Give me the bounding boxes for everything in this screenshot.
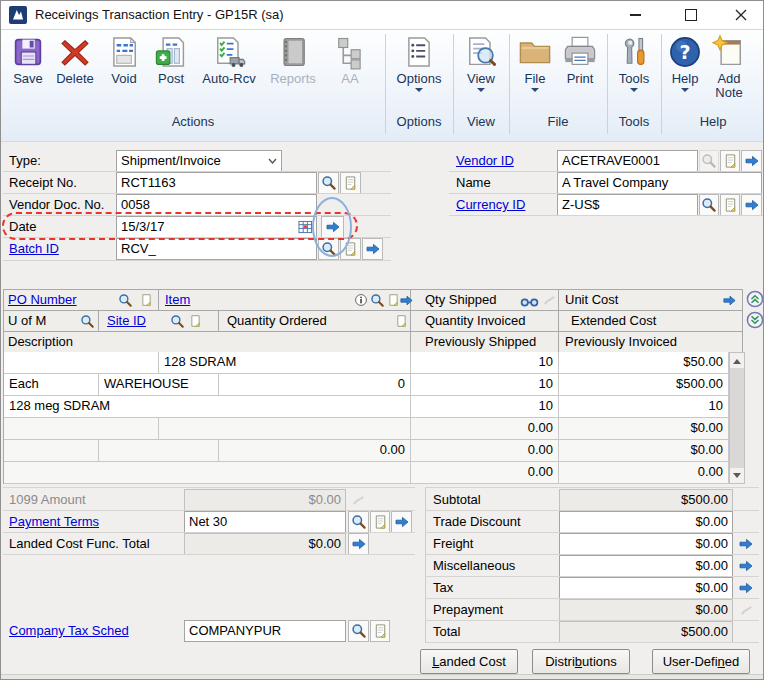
name-field[interactable]: A Travel Company [557, 172, 762, 194]
payment-terms-lookup-button[interactable] [348, 511, 369, 533]
cell-site-id[interactable]: WAREHOUSE [99, 374, 219, 396]
cell-unit-cost[interactable]: $0.00 [559, 418, 729, 440]
currency-id-expansion-button[interactable] [741, 194, 762, 216]
hide-details-button[interactable] [746, 311, 764, 329]
cell-quantity-invoiced[interactable]: 0.00 [411, 440, 559, 462]
date-field[interactable]: 15/3/17 [116, 216, 317, 238]
cell-u-of-m[interactable]: Each [4, 374, 99, 396]
landed-cost-total-expansion-button[interactable] [348, 533, 369, 555]
grid-scrollbar[interactable] [729, 352, 745, 484]
delete-button[interactable]: Delete [51, 33, 99, 86]
cell-previously-invoiced[interactable]: 0.00 [559, 462, 729, 484]
freight-field[interactable]: $0.00 [559, 533, 733, 555]
cell-u-of-m[interactable] [4, 440, 99, 462]
po-number-lookup-icon[interactable] [117, 292, 133, 308]
vendor-id-label[interactable]: Vendor ID [456, 150, 514, 172]
trade-discount-field[interactable]: $0.00 [559, 511, 733, 533]
receipt-no-lookup-button[interactable] [318, 172, 339, 194]
cell-extended-cost[interactable]: $500.00 [559, 374, 729, 396]
add-note-button[interactable]: Add Note [707, 33, 751, 100]
batch-id-lookup-button[interactable] [318, 238, 339, 260]
landed-cost-button[interactable]: Landed Cost [420, 649, 518, 674]
cell-po-number[interactable] [4, 418, 159, 440]
quantity-ordered-note-icon[interactable] [393, 313, 409, 329]
site-id-lookup-icon[interactable] [169, 313, 185, 329]
date-expansion-button[interactable] [321, 216, 344, 238]
miscellaneous-field[interactable]: $0.00 [559, 555, 733, 577]
user-defined-button[interactable]: User-Defined [652, 649, 750, 674]
print-button[interactable]: Print [557, 33, 603, 86]
distributions-button[interactable]: Distributions [532, 649, 630, 674]
currency-id-field[interactable]: Z-US$ [557, 194, 698, 216]
cell-extended-cost[interactable]: $0.00 [559, 440, 729, 462]
payment-terms-label[interactable]: Payment Terms [9, 511, 99, 533]
void-button[interactable]: Void [103, 33, 145, 86]
batch-id-expansion-button[interactable] [362, 238, 383, 260]
cell-previously-shipped[interactable]: 0.00 [411, 462, 559, 484]
currency-id-note-button[interactable] [720, 194, 740, 216]
cell-po-number[interactable] [4, 352, 159, 374]
post-button[interactable]: Post [149, 33, 193, 86]
freight-expansion-button[interactable] [735, 533, 756, 555]
currency-id-lookup-button[interactable] [699, 194, 719, 216]
cell-site-id[interactable] [99, 440, 219, 462]
help-button[interactable]: ? Help [665, 33, 705, 96]
maximize-button[interactable] [669, 1, 713, 29]
item-info-icon[interactable] [353, 292, 369, 308]
company-tax-sched-lookup-button[interactable] [348, 620, 369, 642]
save-button[interactable]: Save [7, 33, 49, 86]
cell-item[interactable]: 128 SDRAM [159, 352, 411, 374]
payment-terms-field[interactable]: Net 30 [184, 511, 346, 533]
file-button[interactable]: File [515, 33, 555, 96]
qty-shipped-link-icon[interactable] [519, 294, 539, 310]
vendor-id-note-button[interactable] [720, 150, 740, 172]
item-lookup-icon[interactable] [369, 292, 385, 308]
cell-previously-invoiced[interactable]: 10 [559, 396, 729, 418]
vendor-doc-no-field[interactable]: 0058 [116, 194, 317, 216]
tools-button[interactable]: Tools [611, 33, 657, 96]
tax-field[interactable]: $0.00 [559, 577, 733, 599]
payment-terms-note-button[interactable] [370, 511, 390, 533]
close-button[interactable] [719, 1, 763, 29]
receipt-no-field[interactable]: RCT1163 [116, 172, 317, 194]
minimize-button[interactable] [613, 1, 657, 29]
show-details-button[interactable] [746, 290, 764, 308]
batch-id-label[interactable]: Batch ID [9, 238, 59, 260]
tax-expansion-button[interactable] [735, 577, 756, 599]
cell-quantity-ordered[interactable]: 0 [219, 374, 411, 396]
auto-rcv-button[interactable]: Auto-Rcv [197, 33, 261, 86]
company-tax-sched-label[interactable]: Company Tax Sched [9, 620, 129, 642]
cell-qty-shipped[interactable]: 0.00 [411, 418, 559, 440]
company-tax-sched-field[interactable]: COMPANYPUR [184, 620, 346, 642]
company-tax-sched-note-button[interactable] [370, 620, 390, 642]
cell-previously-shipped[interactable]: 10 [411, 396, 559, 418]
view-button[interactable]: View [459, 33, 503, 96]
options-button[interactable]: Options [391, 33, 447, 96]
unit-cost-expansion-arrow-icon[interactable] [721, 292, 737, 308]
cell-quantity-ordered[interactable]: 0.00 [219, 440, 411, 462]
miscellaneous-expansion-button[interactable] [735, 555, 756, 577]
payment-terms-expansion-button[interactable] [391, 511, 412, 533]
type-dropdown[interactable]: Shipment/Invoice [116, 150, 282, 172]
cell-description[interactable] [4, 462, 411, 484]
currency-id-label[interactable]: Currency ID [456, 194, 525, 216]
calendar-icon[interactable] [298, 220, 313, 234]
cell-qty-shipped[interactable]: 10 [411, 352, 559, 374]
toolbar: Save Delete Void Post Auto-Rcv Reports A… [1, 30, 763, 142]
cell-unit-cost[interactable]: $50.00 [559, 352, 729, 374]
receipt-no-note-button[interactable] [340, 172, 361, 194]
item-expansion-arrow-icon[interactable] [398, 292, 414, 308]
scroll-up-button[interactable] [730, 353, 744, 368]
cell-item[interactable] [159, 418, 411, 440]
batch-id-field[interactable]: RCV_ [116, 238, 317, 260]
header-po-number[interactable]: PO Number [4, 290, 159, 311]
cell-description[interactable]: 128 meg SDRAM [4, 396, 411, 418]
po-number-note-icon[interactable] [138, 292, 154, 308]
site-id-note-icon[interactable] [187, 313, 203, 329]
vendor-id-field[interactable]: ACETRAVE0001 [557, 150, 698, 172]
cell-quantity-invoiced[interactable]: 10 [411, 374, 559, 396]
vendor-id-expansion-button[interactable] [741, 150, 762, 172]
scroll-down-button[interactable] [730, 468, 744, 483]
u-of-m-lookup-icon[interactable] [79, 313, 95, 329]
batch-id-note-button[interactable] [340, 238, 361, 260]
